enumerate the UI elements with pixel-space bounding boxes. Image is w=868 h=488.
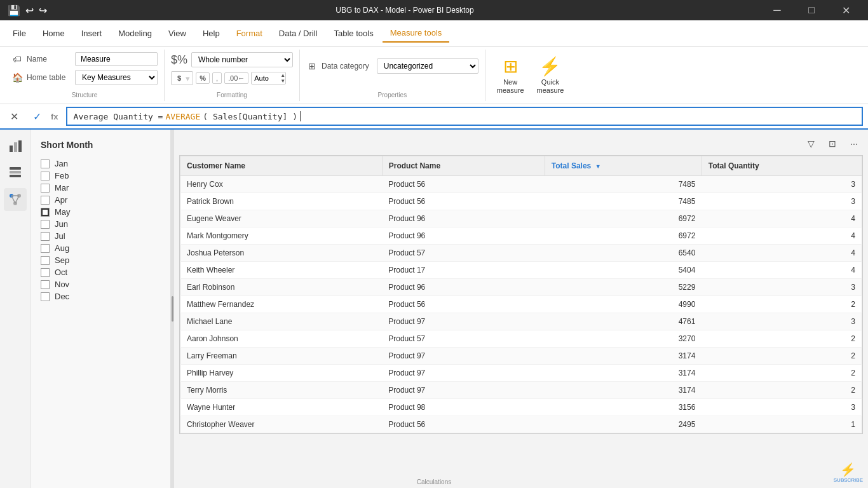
data-view-icon[interactable] (4, 161, 27, 184)
cell-total-sales: 7485 (545, 193, 702, 210)
menu-help[interactable]: Help (195, 25, 227, 42)
checkbox-sep[interactable] (41, 256, 50, 265)
slicer-jun[interactable]: Jun (41, 218, 160, 230)
cell-total-sales: 5404 (545, 262, 702, 279)
slicer-aug[interactable]: Aug (41, 242, 160, 254)
spinner[interactable]: ▲ ▼ (280, 72, 285, 84)
cell-total-quantity: 2 (702, 296, 862, 313)
svg-rect-5 (10, 175, 21, 177)
menu-insert[interactable]: Insert (74, 25, 110, 42)
checkbox-jan[interactable] (41, 159, 50, 168)
comma-btn[interactable]: , (212, 72, 222, 84)
checkbox-oct[interactable] (41, 268, 50, 277)
col-product-name[interactable]: Product Name (382, 156, 545, 176)
slicer-apr[interactable]: Apr (41, 194, 160, 206)
cell-customer-name: Christopher Weaver (180, 416, 383, 433)
checkbox-may[interactable] (41, 208, 50, 217)
maximize-btn[interactable]: □ (797, 0, 826, 20)
slicer-mar[interactable]: Mar (41, 182, 160, 194)
subscribe-badge[interactable]: ⚡ SUBSCRIBE (834, 462, 863, 483)
menu-file[interactable]: File (5, 25, 34, 42)
table-row: Aaron Johnson Product 57 3270 2 (180, 330, 862, 348)
table-row: Henry Cox Product 56 7485 3 (180, 176, 862, 193)
month-jul: Jul (55, 231, 65, 241)
table-wrapper[interactable]: Customer Name Product Name Total Sales ▼… (179, 155, 863, 434)
slicer-jan[interactable]: Jan (41, 158, 160, 170)
quick-measure-icon: ⚡ (539, 56, 561, 77)
checkbox-nov[interactable] (41, 280, 50, 289)
table-row: Michael Lane Product 97 4761 3 (180, 313, 862, 330)
table-row: Larry Freeman Product 97 3174 2 (180, 348, 862, 365)
formula-input[interactable]: Average Quantity = AVERAGE( Sales[Quanti… (66, 107, 863, 126)
col-customer-name[interactable]: Customer Name (180, 156, 383, 176)
slicer-may[interactable]: May (41, 206, 160, 218)
slicer-dec[interactable]: Dec (41, 290, 160, 302)
ribbon-group-structure: 🏷 Name 🏠 Home table Key Measures Sales C… (5, 50, 165, 101)
close-btn[interactable]: ✕ (831, 0, 860, 20)
slicer-feb[interactable]: Feb (41, 170, 160, 182)
focus-icon[interactable]: ⊡ (824, 135, 841, 152)
menu-modeling[interactable]: Modeling (111, 25, 159, 42)
menu-view[interactable]: View (161, 25, 194, 42)
home-table-select[interactable]: Key Measures Sales Customers Products (75, 70, 158, 85)
cancel-formula-btn[interactable]: ✕ (5, 107, 23, 125)
cell-total-quantity: 3 (702, 399, 862, 416)
cell-customer-name: Henry Cox (180, 176, 383, 193)
new-measure-icon: ⊞ (503, 56, 518, 77)
menu-measure-tools[interactable]: Measure tools (383, 24, 450, 43)
menu-table-tools[interactable]: Table tools (326, 25, 381, 42)
cell-total-sales: 7485 (545, 176, 702, 193)
cell-product-name: Product 56 (382, 193, 545, 210)
checkbox-jul[interactable] (41, 232, 50, 241)
quick-measure-btn[interactable]: ⚡ Quickmeasure (532, 53, 569, 97)
name-label: Name (27, 55, 71, 64)
minimize-btn[interactable]: ─ (763, 0, 792, 20)
cell-customer-name: Wayne Hunter (180, 399, 383, 416)
cell-total-sales: 4761 (545, 313, 702, 330)
checkbox-aug[interactable] (41, 244, 50, 253)
menu-format[interactable]: Format (229, 25, 270, 42)
table-row: Patrick Brown Product 56 7485 3 (180, 193, 862, 210)
slicer-sep[interactable]: Sep (41, 254, 160, 266)
month-sep: Sep (55, 255, 69, 265)
checkbox-dec[interactable] (41, 292, 50, 301)
cell-total-sales: 3270 (545, 330, 702, 348)
checkbox-mar[interactable] (41, 184, 50, 193)
home-table-icon: 🏠 (11, 72, 23, 83)
filter-icon[interactable]: ▽ (802, 135, 820, 152)
data-category-select[interactable]: Uncategorized Address City Country Latit… (377, 58, 478, 74)
checkbox-feb[interactable] (41, 172, 50, 180)
cell-total-quantity: 1 (702, 416, 862, 433)
decimal-decrease-btn[interactable]: .00← (224, 72, 248, 84)
app-title: UBG to DAX - Model - Power BI Desktop (47, 6, 763, 15)
confirm-formula-btn[interactable]: ✓ (28, 107, 46, 125)
checkbox-apr[interactable] (41, 196, 50, 205)
cell-product-name: Product 57 (382, 245, 545, 262)
cell-customer-name: Mark Montgomery (180, 227, 383, 245)
save-icon[interactable]: 💾 (8, 4, 20, 17)
percent-btn[interactable]: % (196, 72, 210, 84)
format-select[interactable]: Whole number Decimal number Fixed decima… (191, 52, 293, 67)
slicer-jul[interactable]: Jul (41, 230, 160, 242)
decimal-input[interactable] (252, 73, 280, 83)
menu-home[interactable]: Home (35, 25, 72, 42)
redo-icon[interactable]: ↪ (39, 4, 47, 17)
checkbox-jun[interactable] (41, 220, 50, 229)
report-view-icon[interactable] (4, 135, 27, 158)
more-options-icon[interactable]: ··· (845, 135, 863, 152)
measure-name-input[interactable] (75, 52, 158, 66)
col-total-sales[interactable]: Total Sales ▼ (545, 156, 702, 176)
cell-total-quantity: 2 (702, 348, 862, 365)
menu-data-drill[interactable]: Data / Drill (271, 25, 325, 42)
slicer-oct[interactable]: Oct (41, 266, 160, 278)
cell-product-name: Product 96 (382, 279, 545, 296)
model-view-icon[interactable] (4, 188, 27, 211)
dollar-btn[interactable]: $ (174, 73, 184, 83)
main-area: Short Month Jan Feb Mar Apr May (0, 130, 868, 488)
new-measure-btn[interactable]: ⊞ Newmeasure (492, 53, 529, 97)
col-total-quantity[interactable]: Total Quantity (702, 156, 862, 176)
cell-total-sales: 6972 (545, 210, 702, 227)
undo-icon[interactable]: ↩ (25, 4, 34, 17)
cell-total-sales: 3174 (545, 382, 702, 399)
slicer-nov[interactable]: Nov (41, 278, 160, 290)
